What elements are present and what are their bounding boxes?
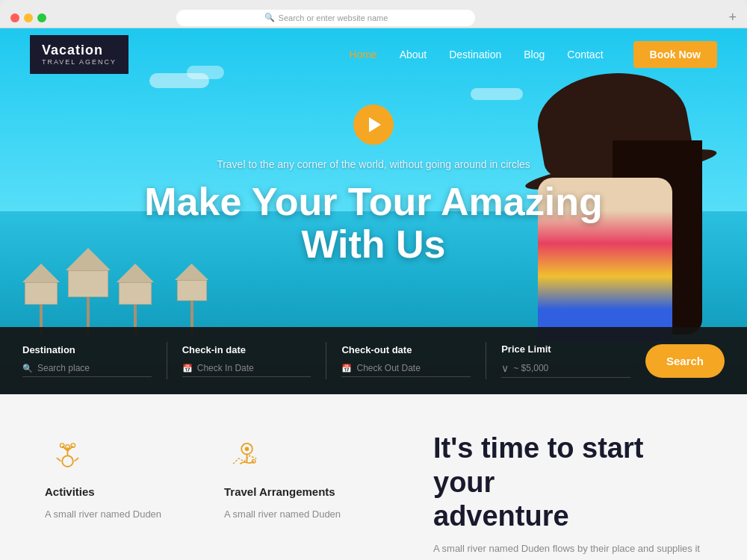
divider-3 [486, 342, 486, 379]
price-label: Price Limit [501, 343, 630, 355]
logo-sub: Travel Agency [42, 58, 117, 66]
checkin-placeholder: Check In Date [197, 363, 254, 373]
destination-placeholder: Search place [37, 363, 90, 373]
feature-card-travel: Travel Arrangements A small river named … [224, 432, 359, 554]
logo-main: Vacation [42, 43, 117, 59]
book-now-button[interactable]: Book Now [626, 41, 717, 68]
travel-title: Travel Arrangements [224, 485, 359, 498]
calendar-icon-checkout [341, 363, 352, 373]
nav-link-home: Home [349, 49, 376, 60]
svg-point-10 [244, 447, 249, 451]
price-value: ~ $5,000 [513, 363, 548, 373]
nav-item-blog[interactable]: Blog [524, 48, 545, 61]
new-tab-button[interactable]: + [728, 10, 737, 25]
hero-subtitle: Travel to the any corner of the world, w… [217, 158, 530, 170]
website: Vacation Travel Agency Home About Destin… [0, 28, 747, 560]
checkin-field: Check-in date Check In Date [182, 344, 311, 377]
price-input[interactable]: ~ $5,000 [501, 359, 630, 378]
browser-right: + [728, 10, 737, 25]
book-button[interactable]: Book Now [633, 41, 717, 68]
navbar: Vacation Travel Agency Home About Destin… [0, 28, 747, 81]
calendar-icon-checkin [182, 363, 193, 373]
travel-icon [224, 432, 269, 476]
destination-input[interactable]: Search place [22, 360, 152, 377]
browser-dots [10, 13, 46, 22]
nav-item-home[interactable]: Home [349, 48, 376, 61]
activities-title: Activities [45, 485, 179, 498]
search-bar: Destination Search place Check-in date C… [0, 327, 747, 394]
address-text: Search or enter website name [279, 13, 388, 22]
hero-title: Make Your Tour Amazing With Us [144, 181, 603, 266]
checkin-label: Check-in date [182, 344, 311, 355]
nav-links: Home About Destination Blog Contact Book… [349, 41, 717, 68]
nav-link-blog: Blog [524, 49, 545, 60]
nav-link-destination: Destination [449, 49, 501, 60]
feature-card-activities: Activities A small river named Duden [45, 432, 179, 554]
nav-item-destination[interactable]: Destination [449, 48, 501, 61]
play-icon [369, 117, 381, 132]
price-field: Price Limit ~ $5,000 [501, 343, 630, 378]
hero-title-line1: Make Your Tour Amazing [144, 180, 603, 223]
search-button[interactable]: Search [645, 344, 725, 378]
destination-label: Destination [22, 344, 152, 355]
cta-block: It's time to start your adventure A smal… [403, 432, 702, 554]
content-section: Activities A small river named Duden Tra… [0, 394, 747, 560]
hero-section: Travel to the any corner of the world, w… [0, 28, 747, 394]
nav-item-contact[interactable]: Contact [567, 48, 603, 61]
checkout-label: Check-out date [341, 344, 471, 355]
search-icon: 🔍 [264, 13, 275, 22]
nav-link-about: About [400, 49, 427, 60]
dot-minimize[interactable] [24, 13, 33, 22]
destination-field: Destination Search place [22, 344, 152, 377]
hero-title-line2: With Us [301, 223, 445, 266]
search-icon [22, 363, 33, 373]
checkin-input[interactable]: Check In Date [182, 360, 311, 377]
checkout-placeholder: Check Out Date [356, 363, 420, 373]
svg-line-8 [74, 458, 78, 461]
cta-title-line2: adventure [433, 500, 569, 532]
svg-point-11 [252, 459, 255, 463]
divider-1 [167, 342, 167, 379]
checkout-field: Check-out date Check Out Date [341, 344, 471, 377]
cta-text: A small river named Duden flows by their… [433, 543, 702, 554]
divider-2 [326, 342, 326, 379]
activities-icon [45, 432, 90, 476]
activities-text: A small river named Duden [45, 507, 179, 522]
svg-line-7 [56, 458, 61, 461]
svg-point-0 [62, 455, 73, 467]
cta-title-line1: It's time to start your [433, 432, 643, 498]
nav-item-about[interactable]: About [400, 48, 427, 61]
browser-chrome: 🔍 Search or enter website name + [0, 0, 747, 28]
play-button[interactable] [353, 105, 394, 145]
dot-maximize[interactable] [37, 13, 46, 22]
cta-title: It's time to start your adventure [433, 432, 702, 534]
logo[interactable]: Vacation Travel Agency [30, 35, 128, 74]
travel-text: A small river named Duden [224, 507, 359, 522]
chevron-icon [501, 362, 509, 374]
checkout-input[interactable]: Check Out Date [341, 360, 471, 377]
dot-close[interactable] [10, 13, 19, 22]
nav-link-contact: Contact [567, 49, 603, 60]
address-bar[interactable]: 🔍 Search or enter website name [176, 10, 475, 26]
